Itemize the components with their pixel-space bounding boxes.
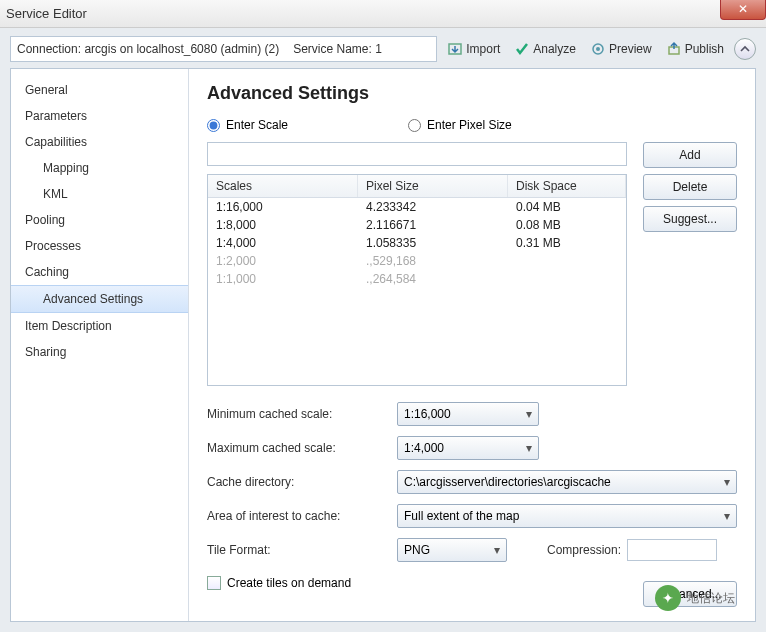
chevron-up-icon [740, 44, 750, 54]
titlebar: Service Editor ✕ [0, 0, 766, 28]
preview-icon [590, 41, 606, 57]
sidebar-item-pooling[interactable]: Pooling [11, 207, 188, 233]
min-scale-select[interactable]: 1:16,000 [397, 402, 539, 426]
sidebar-item-parameters[interactable]: Parameters [11, 103, 188, 129]
publish-icon [666, 41, 682, 57]
col-scales[interactable]: Scales [208, 175, 358, 197]
ondemand-label: Create tiles on demand [227, 576, 351, 590]
scales-table: Scales Pixel Size Disk Space 1:16,0004.2… [207, 174, 627, 386]
tile-format-select[interactable]: PNG [397, 538, 507, 562]
sidebar-item-caching[interactable]: Caching [11, 259, 188, 285]
max-scale-label: Maximum cached scale: [207, 441, 397, 455]
cache-dir-select[interactable]: C:\arcgisserver\directories\arcgiscache [397, 470, 737, 494]
close-button[interactable]: ✕ [720, 0, 766, 20]
col-pixel[interactable]: Pixel Size [358, 175, 508, 197]
scale-input[interactable] [207, 142, 627, 166]
table-row[interactable]: 1:4,0001.0583350.31 MB [208, 234, 626, 252]
sidebar-item-sharing[interactable]: Sharing [11, 339, 188, 365]
collapse-button[interactable] [734, 38, 756, 60]
sidebar: GeneralParametersCapabilitiesMappingKMLP… [11, 69, 189, 621]
preview-button[interactable]: Preview [586, 39, 656, 59]
window-title: Service Editor [6, 6, 87, 21]
tile-format-label: Tile Format: [207, 543, 397, 557]
add-button[interactable]: Add [643, 142, 737, 168]
import-icon [447, 41, 463, 57]
main-area: GeneralParametersCapabilitiesMappingKMLP… [10, 68, 756, 622]
table-row[interactable]: 1:8,0002.1166710.08 MB [208, 216, 626, 234]
button-column: Add Delete Suggest... [643, 142, 737, 386]
page-heading: Advanced Settings [207, 83, 737, 104]
max-scale-select[interactable]: 1:4,000 [397, 436, 539, 460]
aoi-label: Area of interest to cache: [207, 509, 397, 523]
enter-pixel-radio[interactable]: Enter Pixel Size [408, 118, 512, 132]
sidebar-item-item-description[interactable]: Item Description [11, 313, 188, 339]
table-row[interactable]: 1:2,000.,529,168 [208, 252, 626, 270]
table-row[interactable]: 1:16,0004.2333420.04 MB [208, 198, 626, 216]
check-icon [514, 41, 530, 57]
compression-label: Compression: [547, 543, 621, 557]
publish-button[interactable]: Publish [662, 39, 728, 59]
sidebar-item-kml[interactable]: KML [11, 181, 188, 207]
import-button[interactable]: Import [443, 39, 504, 59]
scale-mode-radios: Enter Scale Enter Pixel Size [207, 118, 737, 132]
sidebar-item-capabilities[interactable]: Capabilities [11, 129, 188, 155]
table-row[interactable]: 1:1,000.,264,584 [208, 270, 626, 288]
ondemand-checkbox[interactable] [207, 576, 221, 590]
svg-point-2 [596, 47, 600, 51]
service-name-text: Service Name: 1 [293, 42, 382, 56]
aoi-select[interactable]: Full extent of the map [397, 504, 737, 528]
compression-input[interactable] [627, 539, 717, 561]
advanced-button[interactable]: Advanced... [643, 581, 737, 607]
sidebar-item-mapping[interactable]: Mapping [11, 155, 188, 181]
suggest-button[interactable]: Suggest... [643, 206, 737, 232]
delete-button[interactable]: Delete [643, 174, 737, 200]
table-header: Scales Pixel Size Disk Space [208, 175, 626, 198]
connection-bar: Connection: arcgis on localhost_6080 (ad… [10, 36, 756, 62]
content-pane: Advanced Settings Enter Scale Enter Pixe… [189, 69, 755, 621]
col-disk[interactable]: Disk Space [508, 175, 626, 197]
sidebar-item-processes[interactable]: Processes [11, 233, 188, 259]
cache-dir-label: Cache directory: [207, 475, 397, 489]
sidebar-item-general[interactable]: General [11, 77, 188, 103]
settings-form: Minimum cached scale: 1:16,000 Maximum c… [207, 402, 737, 562]
connection-text: Connection: arcgis on localhost_6080 (ad… [17, 42, 279, 56]
analyze-button[interactable]: Analyze [510, 39, 580, 59]
min-scale-label: Minimum cached scale: [207, 407, 397, 421]
sidebar-item-advanced-settings[interactable]: Advanced Settings [11, 285, 188, 313]
connection-field[interactable]: Connection: arcgis on localhost_6080 (ad… [10, 36, 437, 62]
enter-scale-radio[interactable]: Enter Scale [207, 118, 288, 132]
